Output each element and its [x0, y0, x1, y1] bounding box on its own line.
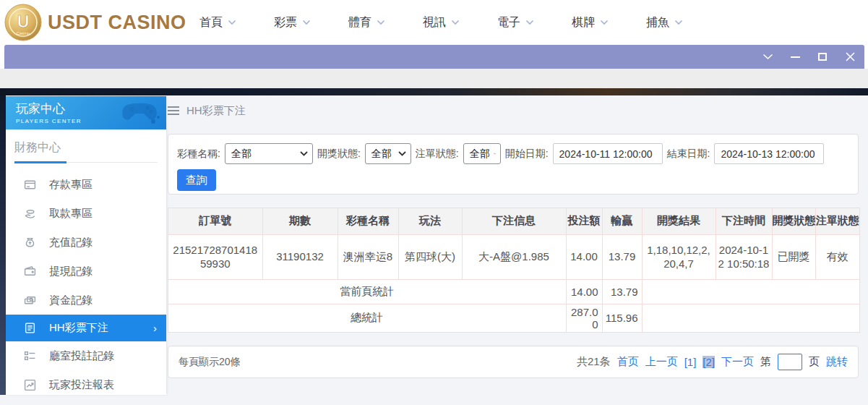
lottery-name-value: 全部 [231, 148, 252, 161]
collapse-icon[interactable] [762, 51, 773, 63]
brand-logo[interactable]: U Casino USDT CASINO [4, 4, 186, 41]
header-spacer-band [0, 69, 868, 88]
column-header-bet-info: 下注信息 [462, 208, 566, 234]
gamepad-icon [117, 98, 162, 128]
end-date-label: 結束日期: [667, 148, 710, 161]
nav-item-lottery[interactable]: 彩票 [255, 15, 330, 30]
filter-row: 彩種名稱: 全部 開獎狀態: 全部 注單狀態: 全部 開始 [168, 135, 858, 164]
nav-item-video[interactable]: 視訊 [404, 15, 478, 30]
nav-item-boardgames[interactable]: 棋牌 [553, 15, 627, 30]
sidebar-item-hh-lottery-bets[interactable]: HH彩票下注 › [6, 315, 166, 341]
nav-item-electronic[interactable]: 電子 [478, 15, 553, 30]
coin-caption: Casino [17, 31, 30, 35]
sidebar-item-cashout-records[interactable]: 提現記錄 [6, 257, 166, 286]
next-page-link[interactable]: 下一页 [721, 355, 754, 369]
menu-icon[interactable] [168, 106, 179, 115]
cell-bet-time: 2024-10-12 10:50:18 [716, 234, 772, 279]
nav-item-sports[interactable]: 體育 [330, 15, 404, 30]
page-summary-bet-total: 14.00 [566, 279, 602, 304]
nav-label: 捕魚 [646, 15, 669, 30]
lottery-name-select[interactable]: 全部 [225, 143, 313, 164]
breadcrumb: HH彩票下注 [168, 100, 860, 122]
column-header-order-no: 訂單號 [168, 208, 262, 234]
page-title: HH彩票下注 [186, 104, 246, 118]
cell-bet-info: 大-A盤@1.985 [462, 234, 566, 279]
nav-label: 電子 [497, 15, 520, 30]
withdraw-icon [24, 208, 36, 220]
sidebar-item-deposit[interactable]: 存款專區 [6, 170, 166, 199]
cell-order-status: 有效 [815, 234, 859, 279]
nav-label: 棋牌 [572, 15, 595, 30]
left-edge-decoration [0, 95, 6, 395]
chevron-right-icon: › [153, 322, 157, 334]
chevron-down-icon [600, 20, 609, 25]
column-header-play-type: 玩法 [398, 208, 462, 234]
total-count-text: 共21条 [577, 355, 611, 369]
chevron-down-icon [674, 20, 683, 25]
page-summary-winloss-total: 13.79 [602, 279, 642, 304]
sidebar-item-funds-records[interactable]: 資金記錄 [6, 286, 166, 315]
end-date-input[interactable] [714, 143, 824, 164]
page-2-link-current[interactable]: [2] [702, 356, 715, 368]
cell-draw-status: 已開獎 [772, 234, 815, 279]
draw-status-value: 全部 [371, 148, 392, 161]
nav-label: 視訊 [423, 15, 446, 30]
order-status-select[interactable]: 全部 [463, 143, 501, 164]
column-header-bet-amount: 投注額 [566, 208, 602, 234]
cell-lottery-name: 澳洲幸运8 [338, 234, 398, 279]
maximize-button[interactable] [817, 51, 828, 63]
pagination-bar: 每頁顯示20條 共21条 首页 上一页 [1] [2] 下一页 第 页 跳转 [168, 346, 859, 378]
chevron-down-icon [300, 151, 308, 156]
sidebar-item-label: 充值記錄 [49, 236, 93, 250]
page-size-text: 每頁顯示20條 [179, 356, 241, 369]
sidebar-item-label: 資金記錄 [49, 294, 93, 307]
main-nav: 首頁 彩票 體育 視訊 電子 棋牌 [181, 0, 702, 45]
chevron-down-icon [525, 20, 534, 25]
nav-item-home[interactable]: 首頁 [181, 15, 255, 30]
sidebar-item-withdraw[interactable]: 取款專區 [6, 199, 166, 228]
column-header-lottery-name: 彩種名稱 [338, 208, 398, 234]
draw-status-select[interactable]: 全部 [365, 143, 411, 164]
total-summary-row: 總統計 287.00 115.96 [168, 304, 859, 332]
filter-panel: 彩種名稱: 全部 開獎狀態: 全部 注單狀態: 全部 開始 [168, 134, 859, 195]
chevron-down-icon [398, 151, 406, 156]
brand-name: USDT CASINO [48, 12, 186, 34]
bets-table: 訂單號 期數 彩種名稱 玩法 下注信息 投注額 輸贏 開獎結果 下注時間 開獎狀… [168, 208, 860, 333]
jump-suffix-label: 页 [809, 355, 820, 369]
sidebar-item-recharge-records[interactable]: 充值記錄 [6, 228, 166, 257]
minimize-button[interactable] [789, 51, 801, 63]
lottery-bet-icon [24, 322, 36, 334]
page-1-link[interactable]: [1] [684, 356, 697, 368]
chevron-down-icon [451, 20, 460, 25]
total-summary-bet-total: 287.00 [566, 304, 602, 332]
coin-icon: U Casino [4, 4, 42, 41]
sidebar: 玩家中心 PLAYERS CENTER 財務中心 [6, 96, 166, 395]
total-summary-empty [642, 304, 859, 332]
nav-item-fishing[interactable]: 捕魚 [627, 15, 702, 30]
nav-label: 體育 [348, 15, 371, 30]
sidebar-item-hall-bet-records[interactable]: 廳室投註記錄 [6, 341, 166, 370]
query-button[interactable]: 查詢 [177, 169, 216, 191]
report-icon [24, 379, 36, 391]
chevron-down-icon [377, 20, 385, 25]
nav-label: 首頁 [199, 15, 223, 30]
chevron-down-icon [302, 20, 311, 25]
order-status-label: 注單狀態: [416, 148, 459, 161]
chevron-down-icon [494, 151, 496, 156]
cell-draw-result: 1,18,10,12,2,20,4,7 [642, 234, 716, 279]
jump-button[interactable]: 跳转 [826, 355, 848, 369]
start-date-input[interactable] [553, 143, 663, 164]
coin-letter: U [17, 12, 30, 31]
dark-divider-strip [0, 88, 868, 95]
page-jump-input[interactable] [778, 354, 802, 370]
close-button[interactable] [844, 51, 856, 63]
page-summary-empty [642, 279, 859, 304]
sidebar-item-player-bet-report[interactable]: 玩家投注報表 [6, 370, 166, 399]
page-summary-row: 當前頁統計 14.00 13.79 [168, 279, 859, 304]
prev-page-link[interactable]: 上一页 [645, 355, 678, 369]
first-page-link[interactable]: 首页 [617, 355, 639, 369]
lottery-name-label: 彩種名稱: [177, 148, 220, 161]
window-controls [762, 45, 856, 69]
cell-order-no: 2152172870141859930 [168, 234, 262, 279]
column-header-draw-result: 開獎結果 [642, 208, 716, 234]
